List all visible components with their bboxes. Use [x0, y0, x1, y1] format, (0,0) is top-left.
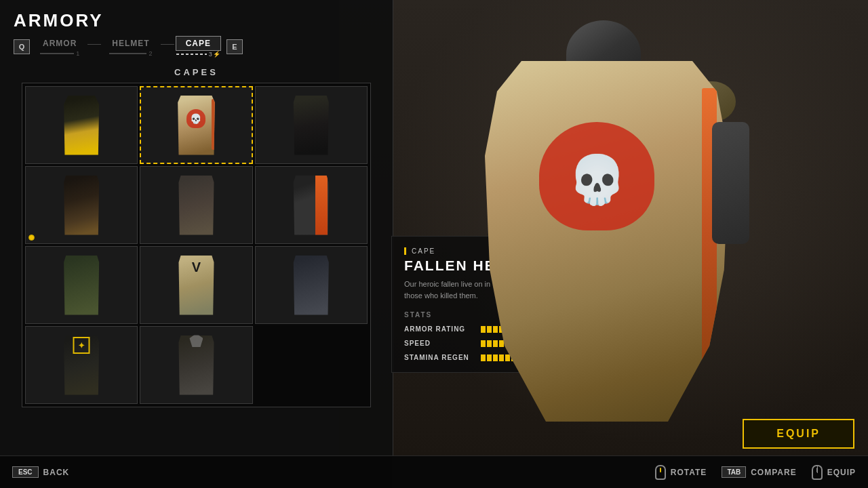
cape-thumb-6 [289, 176, 333, 235]
back-action: ESC BACK [12, 466, 69, 478]
armory-title: ARMORY [14, 10, 104, 31]
capes-grid-container: 💀 [22, 83, 371, 407]
compare-label: COMPARE [751, 468, 796, 477]
e-key-button[interactable]: E [226, 39, 243, 54]
q-key-button[interactable]: Q [14, 39, 30, 54]
tab-cape[interactable]: CAPE 3 ⚡ [176, 36, 221, 58]
cape-thumb-2: 💀 [174, 96, 218, 155]
cape-thumb-9-line1 [266, 252, 289, 260]
cape-thumb-8-v: V [186, 257, 206, 277]
cape-thumb-7 [60, 256, 104, 315]
equip-bottom-action: EQUIP [812, 465, 856, 480]
stat-armor-name: ARMOR RATING [404, 325, 475, 333]
bottom-right-actions: ROTATE TAB COMPARE EQUIP [655, 465, 856, 480]
stat-stamina-name: STAMINA REGEN [404, 354, 475, 361]
tab-armor[interactable]: ARMOR 1 [33, 37, 86, 57]
cape-thumb-10: ✦ [60, 336, 104, 395]
tab-helmet-underline: 2 [109, 50, 152, 57]
cape-item-2[interactable]: 💀 [140, 86, 252, 164]
cape-item-10[interactable]: ✦ [25, 326, 138, 404]
cape-thumb-8: V [174, 256, 218, 315]
cape-thumb-3-cross-h [264, 107, 284, 113]
cape-item-5[interactable] [140, 166, 252, 244]
stat-speed-name: SPEED [404, 340, 475, 347]
cape-item-3[interactable] [255, 86, 368, 164]
cape-thumb-4-wing-l [33, 174, 46, 197]
cape-thumb-11-emblem [189, 333, 203, 347]
cape-thumb-4 [60, 176, 104, 235]
left-panel: ARMORY Q ARMOR 1 HELMET 2 CAPE [0, 0, 393, 488]
capes-section-title: CAPES [0, 58, 393, 83]
tab-armor-underline: 1 [40, 50, 79, 57]
character-figure: 💀 [471, 14, 756, 474]
cape-thumb-5-emblem-r [237, 174, 244, 194]
tab-connector-2 [161, 44, 174, 45]
mouse-scroll-icon [660, 468, 661, 472]
cape-item-1[interactable] [25, 86, 138, 164]
tab-key[interactable]: TAB [722, 466, 746, 478]
mouse-right-btn [817, 466, 821, 473]
mouse-left-icon [655, 465, 666, 480]
cape-item-11[interactable] [140, 326, 252, 404]
cape-item-9[interactable] [255, 246, 368, 324]
tab-helmet[interactable]: HELMET 2 [102, 37, 159, 57]
cape-equipped-dot-4 [28, 235, 35, 241]
mouse-right-icon [812, 465, 823, 480]
cape-thumb-2-stripe [212, 99, 216, 150]
character-arm-right [712, 122, 749, 244]
tab-helmet-label: HELMET [102, 37, 159, 50]
esc-key[interactable]: ESC [12, 466, 39, 478]
rotate-action: ROTATE [655, 465, 707, 480]
cape-thumb-9 [289, 256, 333, 315]
tab-cape-label: CAPE [176, 36, 221, 51]
cape-skull-emblem: 💀 [539, 122, 654, 230]
cape-visualization: 💀 [485, 61, 729, 441]
tab-connector-1 [87, 44, 101, 45]
cape-thumb-3 [289, 96, 333, 155]
cape-thumb-5 [174, 176, 218, 235]
bottom-bar: ESC BACK ROTATE TAB COMPARE EQUIP [0, 455, 868, 488]
cape-thumb-9-line2 [266, 256, 289, 264]
cape-thumb-2-skull: 💀 [186, 109, 205, 128]
tab-armor-label: ARMOR [33, 37, 86, 50]
header-nav: Q ARMOR 1 HELMET 2 CAPE 3 ⚡ [0, 33, 393, 58]
cape-thumb-5-emblem-l [149, 174, 155, 194]
cape-item-7[interactable] [25, 246, 138, 324]
cape-thumb-3-cross-v [271, 97, 276, 134]
cape-thumb-11 [174, 336, 218, 395]
capes-grid: 💀 [25, 86, 368, 404]
cape-item-4[interactable] [25, 166, 138, 244]
equip-button[interactable]: EQUIP [743, 419, 854, 449]
back-label: BACK [43, 468, 70, 477]
cape-thumb-4-wing-r [117, 174, 130, 197]
cape-thumb-1 [60, 96, 104, 155]
cape-item-6[interactable] [255, 166, 368, 244]
cape-thumb-6-orange [315, 176, 328, 235]
equip-bottom-label: EQUIP [827, 468, 856, 477]
tab-cape-underline: 3 ⚡ [176, 51, 220, 58]
equip-button-container: EQUIP [743, 419, 854, 449]
header-area: ARMORY [0, 0, 393, 31]
rotate-label: ROTATE [671, 468, 707, 477]
compare-action: TAB COMPARE [722, 466, 796, 478]
cape-item-8[interactable]: V [140, 246, 252, 324]
cape-thumb-10-emblem: ✦ [73, 337, 90, 354]
